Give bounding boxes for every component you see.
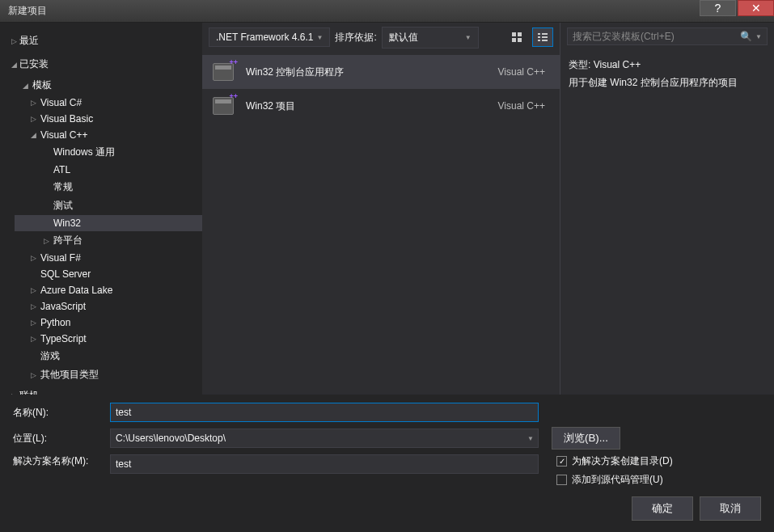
tree-item[interactable]: ▷TypeScript — [15, 331, 202, 347]
add-source-label: 添加到源代码管理(U) — [572, 473, 663, 487]
tiles-icon — [511, 32, 522, 43]
tree-item[interactable]: ▷Visual F# — [15, 250, 202, 266]
chevron-right-icon: ▷ — [31, 371, 40, 379]
tree-item-label: TypeScript — [40, 333, 87, 344]
tree-item[interactable]: Win32 — [15, 215, 202, 231]
svg-rect-7 — [542, 36, 548, 38]
tree-item-label: ATL — [53, 164, 70, 175]
chevron-right-icon: ▷ — [31, 99, 40, 107]
tree-item-label: 其他项目类型 — [40, 368, 99, 382]
tree-item-label: Azure Data Lake — [40, 285, 112, 296]
tree-item-label: Win32 — [53, 217, 81, 229]
info-panel: 🔍 ▼ 类型: Visual C++ 用于创建 Win32 控制台应用程序的项目 — [560, 23, 774, 395]
tree-item[interactable]: 游戏 — [15, 347, 202, 365]
template-lang: Visual C++ — [498, 66, 552, 78]
chevron-down-icon: ◢ — [11, 61, 19, 69]
search-icon: 🔍 — [740, 31, 752, 42]
view-list-button[interactable] — [532, 27, 553, 47]
svg-rect-2 — [512, 38, 516, 42]
chevron-down-icon: ◢ — [31, 131, 40, 139]
tree-item[interactable]: ▷Visual C# — [15, 95, 202, 111]
close-button[interactable]: ✕ — [738, 0, 774, 16]
section-online-label: 联机 — [19, 389, 39, 395]
tree-item[interactable]: ▷Azure Data Lake — [15, 282, 202, 298]
chevron-down-icon: ▼ — [755, 33, 762, 40]
tree-item-label: Windows 通用 — [53, 146, 115, 159]
titlebar: 新建项目 ? ✕ — [0, 0, 774, 23]
tree-item-label: Visual F# — [40, 252, 81, 264]
framework-value: .NET Framework 4.6.1 — [216, 32, 313, 43]
tree-item[interactable]: ATL — [15, 162, 202, 178]
tree-item-label: 常规 — [53, 180, 73, 194]
tree-item-label: SQL Server — [40, 268, 91, 280]
svg-rect-4 — [538, 33, 540, 35]
section-recent[interactable]: ▷ 最近 — [0, 29, 202, 53]
framework-dropdown[interactable]: .NET Framework 4.6.1 ▼ — [209, 27, 330, 47]
sort-label: 排序依据: — [335, 31, 376, 44]
tree-item-label: Python — [40, 317, 70, 328]
bottom-form: 名称(N): 位置(L): ▼ 浏览(B)... 解决方案名称(M): 为解决方… — [0, 395, 774, 532]
chevron-right-icon: ▷ — [44, 237, 53, 245]
tree-item[interactable]: ▷Python — [15, 315, 202, 331]
cancel-button[interactable]: 取消 — [700, 496, 761, 521]
window-title: 新建项目 — [0, 4, 700, 18]
create-dir-label: 为解决方案创建目录(D) — [572, 454, 673, 468]
chevron-down-icon: ▼ — [316, 34, 323, 41]
tree-item[interactable]: ▷跨平台 — [15, 231, 202, 250]
section-installed[interactable]: ◢ 已安装 — [0, 53, 202, 76]
location-label: 位置(L): — [13, 432, 102, 445]
template-name: Win32 项目 — [246, 99, 498, 113]
svg-rect-1 — [518, 32, 522, 36]
tree-templates-root[interactable]: ◢ 模板 — [15, 76, 202, 95]
tree-item[interactable]: Windows 通用 — [15, 143, 202, 162]
view-tiles-button[interactable] — [506, 27, 527, 47]
template-list: ++ Win32 控制台应用程序 Visual C++ ++ Win32 项目 … — [202, 52, 560, 395]
create-dir-checkbox[interactable]: 为解决方案创建目录(D) — [556, 454, 673, 468]
search-box[interactable]: 🔍 ▼ — [567, 27, 768, 45]
tree-item[interactable]: 常规 — [15, 178, 202, 196]
template-icon: ++ — [210, 95, 236, 116]
list-icon — [537, 32, 548, 43]
toolbar: .NET Framework 4.6.1 ▼ 排序依据: 默认值 ▼ — [202, 23, 560, 52]
tree-item-label: 跨平台 — [53, 234, 82, 247]
location-input[interactable] — [111, 429, 523, 447]
tree-item-label: Visual Basic — [40, 113, 93, 125]
tree-item[interactable]: 测试 — [15, 196, 202, 215]
checkbox-icon — [556, 456, 567, 467]
name-input[interactable] — [110, 403, 539, 422]
section-online[interactable]: ▷ 联机 — [0, 384, 202, 395]
chevron-right-icon: ▷ — [31, 302, 40, 310]
tree-item[interactable]: SQL Server — [15, 266, 202, 282]
solution-input[interactable] — [110, 454, 539, 474]
svg-rect-9 — [542, 40, 548, 41]
add-source-checkbox[interactable]: 添加到源代码管理(U) — [556, 473, 673, 487]
sort-dropdown[interactable]: 默认值 ▼ — [382, 27, 479, 49]
help-button[interactable]: ? — [700, 0, 736, 16]
tree-item[interactable]: ▷JavaScript — [15, 298, 202, 315]
chevron-right-icon: ▷ — [11, 37, 19, 45]
tree-item[interactable]: ▷其他项目类型 — [15, 365, 202, 384]
template-icon: ++ — [210, 61, 236, 82]
browse-button[interactable]: 浏览(B)... — [552, 427, 620, 450]
chevron-down-icon: ◢ — [23, 82, 32, 90]
chevron-right-icon: ▷ — [31, 254, 40, 262]
tree-item[interactable]: ▷Visual Basic — [15, 111, 202, 127]
name-label: 名称(N): — [13, 406, 102, 420]
location-combo[interactable]: ▼ — [110, 429, 539, 448]
template-lang: Visual C++ — [498, 100, 552, 112]
template-name: Win32 控制台应用程序 — [246, 65, 498, 79]
search-input[interactable] — [573, 31, 740, 42]
svg-rect-5 — [542, 33, 548, 35]
template-row[interactable]: ++ Win32 控制台应用程序 Visual C++ — [202, 55, 560, 89]
tree-item-label: Visual C# — [40, 97, 82, 108]
section-installed-label: 已安装 — [19, 57, 49, 71]
tree-item[interactable]: ◢Visual C++ — [15, 127, 202, 143]
svg-rect-6 — [538, 36, 540, 38]
tree-item-label: 测试 — [53, 199, 73, 213]
ok-button[interactable]: 确定 — [632, 496, 693, 521]
template-row[interactable]: ++ Win32 项目 Visual C++ — [202, 89, 560, 123]
tree-root-label: 模板 — [32, 78, 52, 92]
chevron-down-icon[interactable]: ▼ — [523, 435, 538, 442]
chevron-right-icon: ▷ — [31, 335, 40, 343]
svg-rect-0 — [512, 32, 516, 36]
